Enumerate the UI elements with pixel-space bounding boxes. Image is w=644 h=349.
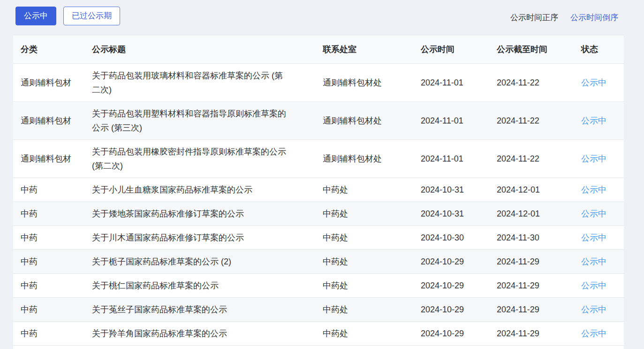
row-status-link[interactable]: 公示中 bbox=[574, 184, 624, 195]
header-title: 公示标题 bbox=[92, 42, 323, 56]
row-office: 中药处 bbox=[323, 184, 418, 195]
row-office: 通则辅料包材处 bbox=[323, 115, 418, 126]
row-start-date: 2024-10-29 bbox=[418, 281, 484, 291]
row-office: 中药处 bbox=[323, 232, 418, 243]
row-title[interactable]: 关于矮地茶国家药品标准修订草案的公示 bbox=[92, 207, 323, 221]
row-title[interactable]: 关于桃仁国家药品标准草案的公示 bbox=[92, 279, 323, 293]
row-status-link[interactable]: 公示中 bbox=[574, 328, 624, 339]
sort-descending-link[interactable]: 公示时间倒序 bbox=[570, 12, 618, 23]
row-end-date: 2024-11-29 bbox=[484, 329, 574, 339]
header-end-date: 公示截至时间 bbox=[484, 44, 574, 55]
row-status-link[interactable]: 公示中 bbox=[574, 280, 624, 291]
row-category: 中药 bbox=[13, 280, 92, 291]
row-end-date: 2024-12-01 bbox=[484, 185, 574, 195]
row-start-date: 2024-10-31 bbox=[418, 209, 484, 219]
header-status: 状态 bbox=[574, 44, 624, 55]
row-office: 中药处 bbox=[323, 256, 418, 267]
row-start-date: 2024-10-29 bbox=[418, 305, 484, 315]
row-title[interactable]: 关于菟丝子国家药品标准草案的公示 bbox=[92, 302, 323, 317]
row-title[interactable]: 关于小儿生血糖浆国家药品标准草案的公示 bbox=[92, 183, 323, 197]
table-row[interactable]: 中药关于小儿生血糖浆国家药品标准草案的公示中药处2024-10-312024-1… bbox=[13, 178, 624, 202]
row-title[interactable]: 关于药品包装用塑料材料和容器指导原则标准草案的公示 (第三次) bbox=[92, 107, 323, 135]
row-end-date: 2024-11-22 bbox=[484, 116, 574, 126]
row-title[interactable]: 关于栀子国家药品标准草案的公示 (2) bbox=[92, 255, 323, 269]
row-end-date: 2024-11-22 bbox=[484, 154, 574, 164]
row-office: 通则辅料包材处 bbox=[323, 77, 418, 88]
row-end-date: 2024-11-22 bbox=[484, 78, 574, 88]
table-header-row: 分类 公示标题 联系处室 公示时间 公示截至时间 状态 bbox=[13, 35, 624, 64]
filter-toolbar: 公示中 已过公示期 bbox=[15, 7, 120, 25]
table-row[interactable]: 中药关于羚羊角国家药品标准草案的公示中药处2024-10-292024-11-2… bbox=[13, 322, 624, 346]
row-category: 通则辅料包材 bbox=[13, 77, 92, 88]
row-start-date: 2024-11-01 bbox=[418, 154, 484, 164]
table-row[interactable]: 中药关于栀子国家药品标准草案的公示 (2)中药处2024-10-292024-1… bbox=[13, 250, 624, 274]
row-office: 中药处 bbox=[323, 208, 418, 219]
announcement-table: 分类 公示标题 联系处室 公示时间 公示截至时间 状态 通则辅料包材关于药品包装… bbox=[13, 35, 624, 349]
row-category: 中药 bbox=[13, 184, 92, 195]
row-status-link[interactable]: 公示中 bbox=[574, 208, 624, 219]
sort-ascending-link[interactable]: 公示时间正序 bbox=[510, 12, 558, 23]
table-row[interactable]: 中药关于桃仁国家药品标准草案的公示中药处2024-10-292024-11-29… bbox=[13, 274, 624, 298]
row-status-link[interactable]: 公示中 bbox=[574, 77, 624, 88]
row-title[interactable]: 关于药品包装用橡胶密封件指导原则标准草案的公示 (第二次) bbox=[92, 145, 323, 173]
table-row[interactable]: 通则辅料包材关于药品包装用橡胶密封件指导原则标准草案的公示 (第二次)通则辅料包… bbox=[13, 140, 624, 178]
sort-toolbar: 公示时间正序 公示时间倒序 bbox=[510, 12, 618, 23]
row-end-date: 2024-11-30 bbox=[484, 233, 574, 243]
row-category: 中药 bbox=[13, 328, 92, 339]
row-start-date: 2024-11-01 bbox=[418, 78, 484, 88]
table-body: 通则辅料包材关于药品包装用玻璃材料和容器标准草案的公示 (第二次)通则辅料包材处… bbox=[13, 64, 624, 346]
table-row[interactable]: 通则辅料包材关于药品包装用塑料材料和容器指导原则标准草案的公示 (第三次)通则辅… bbox=[13, 102, 624, 140]
row-category: 通则辅料包材 bbox=[13, 115, 92, 126]
table-row[interactable]: 中药关于川木通国家药品标准修订草案的公示中药处2024-10-302024-11… bbox=[13, 226, 624, 250]
row-title[interactable]: 关于药品包装用玻璃材料和容器标准草案的公示 (第二次) bbox=[92, 69, 323, 97]
header-start-date: 公示时间 bbox=[418, 44, 484, 55]
filter-button-expired[interactable]: 已过公示期 bbox=[63, 7, 120, 25]
row-status-link[interactable]: 公示中 bbox=[574, 115, 624, 126]
table-row[interactable]: 中药关于矮地茶国家药品标准修订草案的公示中药处2024-10-312024-12… bbox=[13, 202, 624, 226]
row-office: 通则辅料包材处 bbox=[323, 153, 418, 164]
row-office: 中药处 bbox=[323, 328, 418, 339]
row-end-date: 2024-11-29 bbox=[484, 305, 574, 315]
row-status-link[interactable]: 公示中 bbox=[574, 256, 624, 267]
row-start-date: 2024-10-29 bbox=[418, 329, 484, 339]
row-end-date: 2024-11-29 bbox=[484, 257, 574, 267]
row-start-date: 2024-10-31 bbox=[418, 185, 484, 195]
row-office: 中药处 bbox=[323, 280, 418, 291]
row-category: 中药 bbox=[13, 256, 92, 267]
table-row[interactable]: 通则辅料包材关于药品包装用玻璃材料和容器标准草案的公示 (第二次)通则辅料包材处… bbox=[13, 64, 624, 102]
row-end-date: 2024-11-29 bbox=[484, 281, 574, 291]
row-start-date: 2024-11-01 bbox=[418, 116, 484, 126]
header-category: 分类 bbox=[13, 44, 92, 55]
row-end-date: 2024-12-01 bbox=[484, 209, 574, 219]
row-start-date: 2024-10-29 bbox=[418, 257, 484, 267]
header-office: 联系处室 bbox=[323, 44, 418, 55]
row-status-link[interactable]: 公示中 bbox=[574, 304, 624, 315]
row-category: 中药 bbox=[13, 208, 92, 219]
row-title[interactable]: 关于羚羊角国家药品标准草案的公示 bbox=[92, 326, 323, 341]
table-row[interactable]: 中药关于菟丝子国家药品标准草案的公示中药处2024-10-292024-11-2… bbox=[13, 298, 624, 322]
filter-button-active[interactable]: 公示中 bbox=[15, 7, 56, 25]
row-start-date: 2024-10-30 bbox=[418, 233, 484, 243]
row-category: 中药 bbox=[13, 232, 92, 243]
row-category: 通则辅料包材 bbox=[13, 153, 92, 164]
row-status-link[interactable]: 公示中 bbox=[574, 153, 624, 164]
row-category: 中药 bbox=[13, 304, 92, 315]
row-office: 中药处 bbox=[323, 304, 418, 315]
row-title[interactable]: 关于川木通国家药品标准修订草案的公示 bbox=[92, 231, 323, 245]
row-status-link[interactable]: 公示中 bbox=[574, 232, 624, 243]
